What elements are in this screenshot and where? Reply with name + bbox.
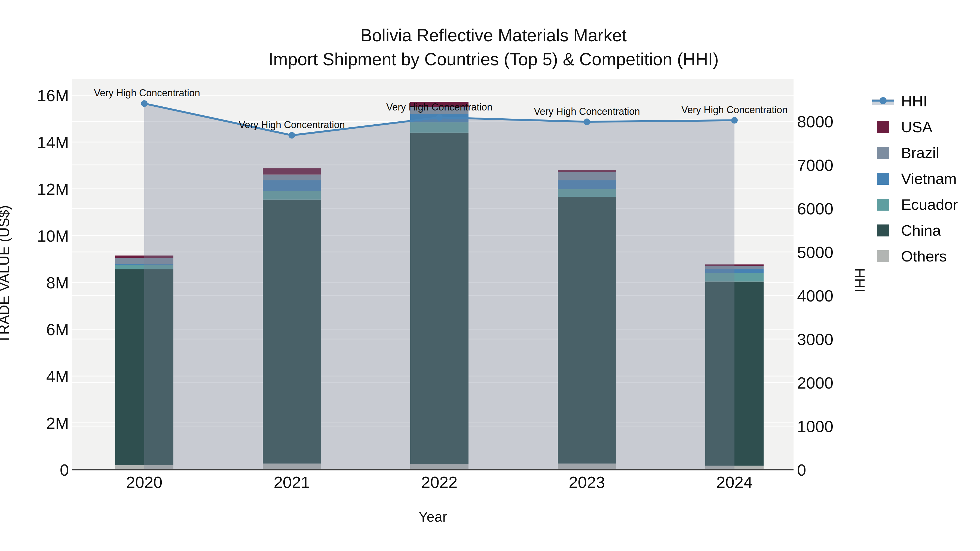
x-tick-label-2023: 2023 (569, 473, 605, 491)
y-right-tick-label: 6000 (797, 200, 833, 218)
x-tick-label-2024: 2024 (716, 473, 752, 491)
hhi-marker-2023 (584, 119, 590, 125)
annotation-2021: Very High Concentration (239, 119, 345, 130)
annotation-2024: Very High Concentration (681, 104, 788, 115)
brazil-color-swatch (877, 147, 889, 159)
legend-item-brazil: Brazil (872, 140, 958, 166)
ecuador-color-swatch (877, 198, 889, 211)
x-axis-title: Year (418, 509, 447, 525)
y-right-tick-label: 1000 (797, 418, 833, 436)
hhi-area-layer (144, 103, 735, 470)
china-color-swatch (877, 224, 889, 237)
hhi-marker-2022 (436, 114, 442, 121)
legend-label-china: China (901, 221, 941, 239)
hhi-marker-2021 (288, 132, 295, 138)
y-right-tick-label: 0 (797, 461, 806, 479)
legend-item-usa: USA (872, 114, 958, 140)
y-left-tick-label: 6M (46, 321, 69, 339)
x-tick-label-2020: 2020 (126, 473, 162, 491)
legend-label-brazil: Brazil (901, 144, 939, 162)
hhi-marker-2024 (731, 117, 738, 124)
legend: HHIUSABrazilVietnamEcuadorChinaOthers (872, 88, 958, 269)
y-right-tick-label: 2000 (797, 374, 833, 392)
legend-label-ecuador: Ecuador (901, 195, 958, 213)
legend-label-hhi: HHI (901, 92, 927, 110)
figure: Bolivia Reflective Materials Market Impo… (0, 0, 980, 551)
y-left-tick-label: 0 (60, 461, 69, 479)
hhi-area-fill (144, 103, 735, 470)
y-right-tick-label: 8000 (797, 113, 833, 131)
legend-label-vietnam: Vietnam (901, 170, 956, 187)
legend-label-usa: USA (901, 118, 932, 136)
y-left-tick-label: 8M (46, 274, 69, 292)
legend-item-china: China (872, 218, 958, 243)
y-right-tick-label: 4000 (797, 287, 833, 305)
y-right-tick-label: 3000 (797, 330, 833, 349)
legend-label-others: Others (901, 247, 947, 265)
y-left-tick-label: 2M (46, 414, 69, 432)
y-left-tick-label: 12M (37, 180, 69, 198)
y-right-tick-label: 5000 (797, 243, 833, 262)
y-left-tick-label: 4M (46, 367, 69, 386)
x-tick-label-2022: 2022 (421, 473, 457, 491)
annotation-2023: Very High Concentration (534, 106, 640, 117)
vietnam-color-swatch (877, 173, 889, 185)
y-left-tick-label: 10M (37, 227, 69, 245)
legend-item-others: Others (872, 243, 958, 269)
usa-color-swatch (877, 121, 889, 133)
annotation-2022: Very High Concentration (386, 102, 492, 113)
y-axis-title-right: HHI (852, 268, 867, 292)
y-left-tick-label: 14M (37, 133, 69, 152)
hhi-marker-2020 (141, 100, 148, 106)
x-tick-label-2021: 2021 (274, 473, 310, 491)
legend-item-ecuador: Ecuador (872, 192, 958, 218)
y-left-tick-label: 16M (37, 87, 69, 105)
legend-item-hhi: HHI (872, 88, 958, 114)
hhi-line-swatch (872, 95, 894, 107)
legend-item-vietnam: Vietnam (872, 166, 958, 192)
others-color-swatch (877, 250, 889, 262)
y-right-tick-label: 7000 (797, 156, 833, 175)
annotation-2020: Very High Concentration (94, 87, 200, 98)
y-axis-title-left: TRADE VALUE (US$) (0, 205, 12, 343)
chart-canvas: 02M4M6M8M10M12M14M16M0100020003000400050… (0, 0, 980, 551)
